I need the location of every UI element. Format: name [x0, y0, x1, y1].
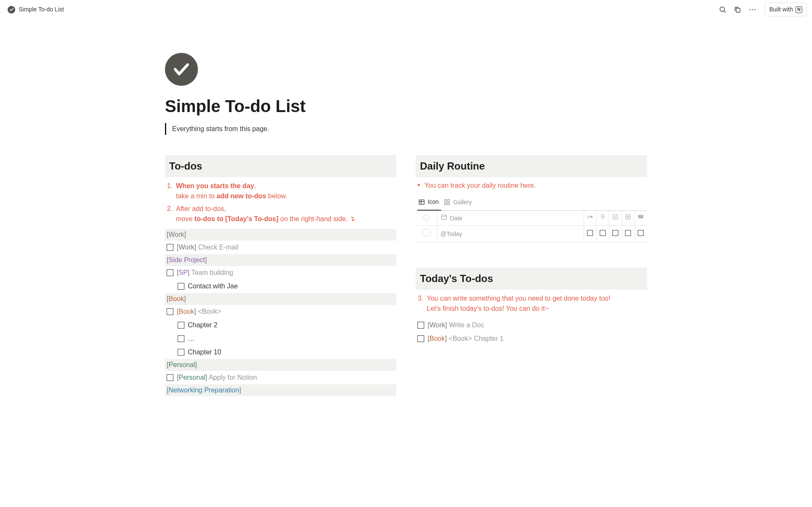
topbar-actions: Built with N	[716, 3, 807, 16]
checkbox-icon[interactable]	[417, 322, 424, 329]
tab-icon[interactable]: Icon	[417, 195, 441, 211]
todo-item[interactable]: Chapter 10	[165, 345, 396, 359]
category-side-project: [Side Project]	[165, 254, 396, 266]
todo-item[interactable]: Contact with Jae	[165, 280, 396, 293]
checkbox-icon[interactable]	[638, 230, 644, 236]
svg-rect-13	[442, 215, 447, 219]
daily-routine-heading: Daily Routine	[416, 155, 647, 177]
built-with-label: Built with	[769, 5, 793, 14]
page-title: Simple To-do List	[165, 93, 662, 119]
page-content: Simple To-do List Everything starts from…	[150, 19, 662, 396]
svg-line-1	[724, 11, 726, 12]
bed-icon	[587, 215, 593, 222]
svg-rect-9	[444, 200, 447, 202]
checkbox-icon[interactable]	[178, 322, 184, 329]
checkbox-icon[interactable]	[612, 230, 618, 236]
todo-item[interactable]: [SP] Team building	[165, 266, 396, 280]
checkbox-icon[interactable]	[178, 349, 184, 356]
date-column[interactable]: Date	[437, 211, 584, 226]
table-header-row: Date	[416, 211, 647, 226]
checkbox-icon[interactable]	[167, 308, 173, 315]
todo-item[interactable]: …	[165, 332, 396, 345]
col-task[interactable]	[609, 211, 622, 226]
calendar-icon	[441, 214, 447, 223]
category-book: [Book]	[165, 293, 396, 305]
topbar: Simple To-do List Built with N	[0, 0, 812, 19]
today-todos-heading: Today's To-dos	[416, 268, 647, 290]
step-number: 2.	[166, 204, 173, 224]
check-square-icon	[612, 215, 619, 222]
col-read[interactable]	[634, 211, 647, 226]
category-personal: [Personal]	[165, 359, 396, 371]
svg-point-17	[601, 215, 604, 218]
breadcrumb[interactable]: Simple To-do List	[5, 5, 64, 14]
checkbox-icon[interactable]	[417, 335, 424, 342]
search-icon[interactable]	[716, 4, 730, 16]
built-with-button[interactable]: Built with N	[765, 3, 807, 16]
todo-item[interactable]: [Personal] Apply for Notion	[165, 371, 396, 384]
checkbox-icon[interactable]	[587, 230, 593, 236]
columns: To-dos 1. When you starts the day, take …	[150, 155, 662, 396]
todo-item[interactable]: [Work] Check E-mail	[165, 241, 396, 254]
book-open-icon	[637, 215, 644, 222]
todo-item[interactable]: [Work] Write a Doc	[416, 318, 647, 332]
checkbox-icon[interactable]	[625, 230, 631, 236]
todo-item[interactable]: Chapter 2	[165, 318, 396, 332]
guidance-step-3: 3. You can write something that you need…	[417, 292, 646, 315]
bulb-icon	[599, 215, 606, 222]
guidance-step-1: 1. When you starts the day, take a min t…	[166, 180, 395, 203]
daily-routine-note: • You can track your daily routine here.	[416, 177, 647, 193]
svg-rect-2	[736, 8, 740, 12]
svg-rect-12	[448, 203, 450, 205]
status-column[interactable]	[416, 211, 437, 226]
category-networking-prep: [Networking Preparation]	[165, 384, 396, 396]
svg-point-5	[754, 9, 756, 10]
checkbox-icon[interactable]	[167, 374, 173, 381]
table-row[interactable]: @Today	[416, 226, 647, 242]
tab-gallery[interactable]: Gallery	[443, 195, 474, 210]
date-cell[interactable]: @Today	[437, 226, 584, 242]
svg-rect-19	[626, 215, 631, 219]
page-icon[interactable]	[165, 53, 198, 86]
status-circle-icon[interactable]	[422, 228, 431, 237]
svg-point-0	[720, 7, 725, 11]
svg-rect-6	[419, 200, 424, 204]
checkbox-icon[interactable]	[178, 335, 184, 342]
today-guidance: 3. You can write something that you need…	[416, 290, 647, 318]
routine-table: Date @Today	[416, 211, 647, 242]
checkbox-icon[interactable]	[167, 244, 173, 251]
check-circle-icon	[8, 6, 15, 14]
bullet-icon: •	[417, 181, 420, 189]
todos-heading: To-dos	[165, 155, 396, 177]
svg-rect-10	[448, 200, 450, 202]
col-idea[interactable]	[596, 211, 609, 226]
todo-item[interactable]: [Book] <Book> Chapter 1	[416, 332, 647, 345]
pencil-square-icon	[625, 215, 631, 222]
step-number: 1.	[166, 181, 173, 201]
page-quote: Everything starts from this page.	[165, 123, 662, 135]
col-write[interactable]	[622, 211, 634, 226]
checkbox-icon[interactable]	[600, 230, 606, 236]
more-icon[interactable]	[746, 4, 760, 16]
todos-guidance: 1. When you starts the day, take a min t…	[165, 177, 396, 229]
step-number: 3.	[417, 293, 423, 314]
guidance-step-2: 2. After add to-dos, move to-dos to [Tod…	[166, 203, 395, 225]
checkbox-icon[interactable]	[178, 283, 184, 290]
checkbox-icon[interactable]	[167, 269, 173, 276]
notion-logo-icon: N	[796, 6, 802, 13]
left-column: To-dos 1. When you starts the day, take …	[165, 155, 396, 396]
gallery-icon	[444, 199, 450, 206]
dotted-circle-icon	[423, 214, 429, 220]
col-bed[interactable]	[584, 211, 596, 226]
svg-point-4	[752, 9, 753, 10]
svg-rect-18	[613, 215, 618, 219]
svg-point-3	[749, 9, 751, 10]
copy-icon[interactable]	[731, 4, 745, 16]
routine-tabs: Icon Gallery	[416, 195, 647, 211]
breadcrumb-title: Simple To-do List	[19, 5, 64, 14]
category-work: [Work]	[165, 229, 396, 241]
todo-item[interactable]: [Book] <Book>	[165, 305, 396, 318]
table-icon	[418, 199, 425, 206]
svg-rect-11	[444, 203, 447, 205]
right-column: Daily Routine • You can track your daily…	[416, 155, 647, 396]
